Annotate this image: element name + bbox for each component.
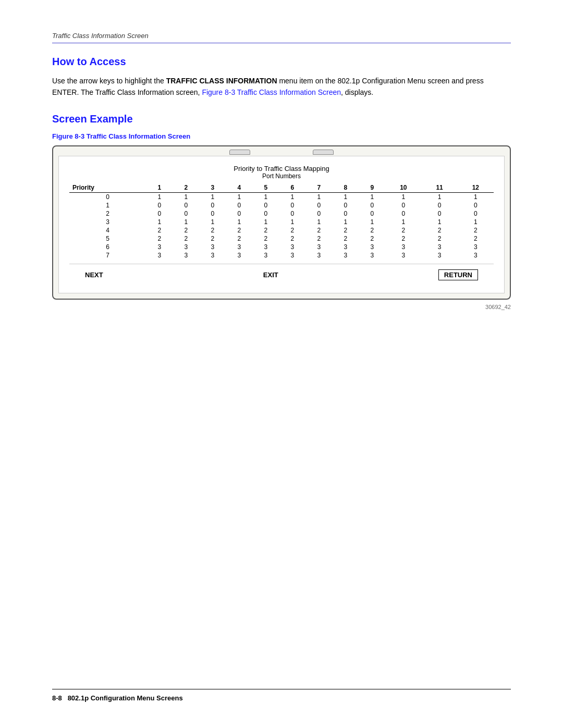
priority-cell: 2 <box>69 209 146 218</box>
figure-link[interactable]: Figure 8-3 Traffic Class Information Scr… <box>202 88 341 96</box>
table-body: 0111111111111100000000000020000000000003… <box>69 193 494 260</box>
screen-subtitle: Port Numbers <box>69 172 494 180</box>
priority-cell: 1 <box>69 201 146 209</box>
data-cell: 1 <box>252 218 279 226</box>
priority-cell: 7 <box>69 251 146 260</box>
priority-cell: 4 <box>69 226 146 235</box>
table-row: 1000000000000 <box>69 201 494 209</box>
data-cell: 0 <box>252 209 279 218</box>
data-cell: 3 <box>146 243 173 251</box>
page-container: Traffic Class Information Screen How to … <box>0 0 563 362</box>
col-header-7: 7 <box>305 183 332 193</box>
screen-title-area: Priority to Traffic Class Mapping Port N… <box>69 165 494 180</box>
data-cell: 1 <box>332 193 359 201</box>
data-cell: 2 <box>421 226 457 235</box>
col-header-5: 5 <box>252 183 279 193</box>
data-cell: 3 <box>173 251 199 260</box>
body-text-bold: TRAFFIC CLASS INFORMATION <box>166 77 277 85</box>
data-cell: 1 <box>252 193 279 201</box>
data-cell: 1 <box>226 218 252 226</box>
data-cell: 0 <box>332 201 359 209</box>
data-cell: 0 <box>305 201 332 209</box>
footer-description: 802.1p Configuration Menu Screens <box>68 694 183 702</box>
data-cell: 2 <box>199 226 226 235</box>
exit-button[interactable]: EXIT <box>263 271 278 279</box>
data-cell: 1 <box>458 218 494 226</box>
data-cell: 3 <box>385 243 421 251</box>
col-header-8: 8 <box>332 183 359 193</box>
data-cell: 3 <box>458 243 494 251</box>
data-cell: 3 <box>279 251 305 260</box>
priority-cell: 5 <box>69 235 146 243</box>
table-row: 7333333333333 <box>69 251 494 260</box>
how-to-access-section: How to Access Use the arrow keys to high… <box>52 56 511 98</box>
screen-example-section: Screen Example Figure 8-3 Traffic Class … <box>52 113 511 310</box>
data-cell: 0 <box>458 209 494 218</box>
data-cell: 3 <box>252 251 279 260</box>
data-cell: 2 <box>305 235 332 243</box>
data-cell: 1 <box>146 193 173 201</box>
data-cell: 0 <box>279 201 305 209</box>
data-cell: 1 <box>385 218 421 226</box>
page-header-title: Traffic Class Information Screen <box>52 32 149 40</box>
data-cell: 2 <box>146 226 173 235</box>
data-cell: 1 <box>305 193 332 201</box>
data-cell: 1 <box>458 193 494 201</box>
data-cell: 3 <box>421 251 457 260</box>
notch-right <box>313 150 334 155</box>
data-cell: 1 <box>199 193 226 201</box>
col-header-12: 12 <box>458 183 494 193</box>
data-cell: 2 <box>458 235 494 243</box>
priority-cell: 6 <box>69 243 146 251</box>
data-cell: 2 <box>279 226 305 235</box>
data-cell: 0 <box>458 201 494 209</box>
col-header-4: 4 <box>226 183 252 193</box>
data-cell: 0 <box>146 201 173 209</box>
data-cell: 0 <box>199 201 226 209</box>
data-cell: 0 <box>385 209 421 218</box>
data-cell: 3 <box>146 251 173 260</box>
figure-number: 30692_42 <box>52 304 511 310</box>
data-cell: 2 <box>146 235 173 243</box>
data-cell: 3 <box>199 243 226 251</box>
how-to-access-heading: How to Access <box>52 56 511 68</box>
table-row: 5222222222222 <box>69 235 494 243</box>
page-footer-text: 8-8 802.1p Configuration Menu Screens <box>52 694 183 702</box>
data-cell: 3 <box>173 243 199 251</box>
next-button[interactable]: NEXT <box>85 271 103 279</box>
data-cell: 0 <box>279 209 305 218</box>
table-row: 3111111111111 <box>69 218 494 226</box>
data-cell: 0 <box>173 201 199 209</box>
data-cell: 3 <box>199 251 226 260</box>
data-cell: 0 <box>359 201 385 209</box>
col-header-2: 2 <box>173 183 199 193</box>
priority-cell: 0 <box>69 193 146 201</box>
screen-main-title: Priority to Traffic Class Mapping <box>69 165 494 172</box>
data-cell: 3 <box>332 251 359 260</box>
return-button[interactable]: RETURN <box>438 269 478 280</box>
page-header: Traffic Class Information Screen <box>52 31 511 43</box>
data-cell: 2 <box>305 226 332 235</box>
table-row: 0111111111111 <box>69 193 494 201</box>
col-header-6: 6 <box>279 183 305 193</box>
data-cell: 2 <box>385 226 421 235</box>
col-header-priority: Priority <box>69 183 146 193</box>
data-cell: 2 <box>359 235 385 243</box>
notch-left <box>229 150 250 155</box>
data-cell: 2 <box>252 235 279 243</box>
col-header-3: 3 <box>199 183 226 193</box>
col-header-10: 10 <box>385 183 421 193</box>
data-cell: 3 <box>332 243 359 251</box>
screen-notches <box>53 150 510 155</box>
data-cell: 0 <box>385 201 421 209</box>
screen-inner: Priority to Traffic Class Mapping Port N… <box>58 156 505 293</box>
col-header-11: 11 <box>421 183 457 193</box>
screen-example-heading: Screen Example <box>52 113 511 125</box>
table-header-row: Priority 1 2 3 4 5 6 7 8 9 10 11 <box>69 183 494 193</box>
data-cell: 1 <box>359 193 385 201</box>
data-cell: 3 <box>359 243 385 251</box>
data-cell: 1 <box>421 218 457 226</box>
data-cell: 3 <box>421 243 457 251</box>
data-cell: 3 <box>226 243 252 251</box>
screen-frame: Priority to Traffic Class Mapping Port N… <box>52 145 511 300</box>
